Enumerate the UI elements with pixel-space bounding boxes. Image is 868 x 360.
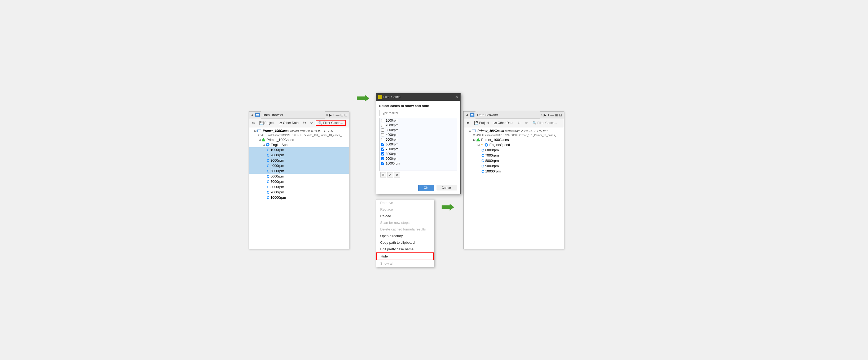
case-label-5000: 5000rpm (271, 169, 284, 173)
checkbox-2000[interactable] (381, 124, 384, 127)
right-case-7000[interactable]: C 7000rpm (464, 153, 564, 158)
left-case-9000[interactable]: C 9000rpm (249, 190, 349, 195)
right-engine-speed[interactable]: ⊟ ⚠ EngineSpeed (464, 142, 564, 148)
right-primer-group[interactable]: ⊟ Primer_100Cases (464, 137, 564, 142)
right-maximize-icon[interactable]: ⊡ (559, 113, 562, 117)
left-double-arrow-btn[interactable]: ≪ (250, 121, 256, 125)
left-case-7000[interactable]: C 7000rpm (249, 179, 349, 184)
dialog-item-1000[interactable]: 1000rpm (379, 118, 457, 123)
dialog-close-btn[interactable]: ✕ (455, 95, 458, 99)
checkbox-7000[interactable] (381, 148, 384, 151)
right-minus-icon[interactable]: — (551, 113, 554, 117)
dialog-item-4000[interactable]: 4000rpm (379, 132, 457, 137)
left-group-name: Primer_100Cases (267, 138, 294, 142)
left-project-root[interactable]: ⊟ Primer_100Cases results from 2020-04-0… (249, 129, 349, 133)
right-case-icon-6: C (482, 148, 484, 152)
checkbox-6000[interactable] (381, 143, 384, 146)
warning-icon: ⚠ (480, 143, 484, 147)
left-project-btn[interactable]: 💾 Project (258, 120, 276, 126)
right-case-8000[interactable]: C 8000rpm (464, 158, 564, 163)
dialog-cancel-btn[interactable]: Cancel (436, 185, 457, 191)
ctx-reload[interactable]: Reload (376, 213, 434, 219)
dialog-ok-btn[interactable]: OK (418, 185, 434, 191)
left-case-8000[interactable]: C 8000rpm (249, 184, 349, 190)
dialog-item-10000[interactable]: 10000rpm (379, 161, 457, 166)
right-case-6000[interactable]: C 6000rpm (464, 148, 564, 153)
checkbox-4000[interactable] (381, 133, 384, 136)
case-icon-5: C (267, 169, 270, 173)
filter-cases-dialog: Filter Cases ✕ Select cases to show and … (376, 93, 461, 194)
ctx-hide[interactable]: Hide (376, 253, 434, 260)
dialog-item-6000[interactable]: 6000rpm (379, 142, 457, 147)
dialog-item-2000[interactable]: 2000rpm (379, 123, 457, 128)
ctx-edit-name[interactable]: Edit pretty case name (376, 246, 434, 253)
right-play-icon[interactable]: ▶ (544, 113, 547, 117)
svg-marker-9 (441, 204, 454, 210)
left-case-6000[interactable]: C 6000rpm (249, 174, 349, 179)
dialog-filter-input[interactable] (379, 110, 457, 116)
right-close-btn[interactable]: × (541, 113, 542, 117)
right-reload-btn[interactable]: ↻ (516, 120, 522, 126)
uncheck-btn[interactable]: ✕ (394, 172, 400, 177)
case-label-7000: 7000rpm (271, 179, 284, 184)
right-split-icon[interactable]: ⊞ (555, 113, 558, 117)
dialog-item-8000[interactable]: 8000rpm (379, 152, 457, 156)
right-project-root[interactable]: ⊟ Primer_100Cases results from 2020-04-0… (464, 129, 564, 133)
checkbox-10000[interactable] (381, 162, 384, 165)
right-collapse-icon[interactable]: ◄ (465, 113, 469, 117)
right-case-10000[interactable]: C 10000rpm (464, 169, 564, 174)
dialog-item-7000[interactable]: 7000rpm (379, 147, 457, 152)
checkbox-5000[interactable] (381, 138, 384, 141)
left-case-5000[interactable]: C 5000rpm (249, 168, 349, 174)
left-other-data-btn[interactable]: 🗂 Other Data (277, 120, 300, 126)
ctx-copy-path[interactable]: Copy path to clipboard (376, 239, 434, 246)
case-icon-10: C (267, 196, 270, 200)
left-case-2000[interactable]: C 2000rpm (249, 153, 349, 158)
right-case-9000[interactable]: C 9000rpm (464, 163, 564, 169)
play-icon[interactable]: ▶ (329, 113, 332, 117)
checkbox-8000[interactable] (381, 152, 384, 156)
checkbox-9000[interactable] (381, 157, 384, 160)
maximize-icon[interactable]: ⊡ (344, 113, 347, 117)
checkbox-3000[interactable] (381, 129, 384, 132)
other-data-btn-label: Other Data (283, 121, 299, 125)
left-primer-group[interactable]: ⊟ Primer_100Cases (249, 137, 349, 142)
left-case-3000[interactable]: C 3000rpm (249, 158, 349, 163)
bottom-row: Remove Replace Reload Scan for new steps… (354, 197, 458, 267)
split-icon[interactable]: ⊞ (340, 113, 343, 117)
left-filter-cases-btn[interactable]: 🔍 Filter Cases... (316, 120, 346, 126)
dialog-item-label-6000: 6000rpm (386, 142, 398, 146)
right-filter-cases-btn[interactable]: 🔍 Filter Cases... (530, 121, 559, 125)
case-icon-9: C (267, 190, 270, 194)
left-close-btn[interactable]: × (326, 113, 328, 117)
minus-icon[interactable]: — (336, 113, 340, 117)
left-reload-btn[interactable]: ↻ (301, 120, 308, 126)
dialog-item-9000[interactable]: 9000rpm (379, 156, 457, 161)
right-add-icon[interactable]: + (547, 113, 550, 117)
left-collapse-icon[interactable]: ◄ (250, 113, 254, 117)
other-data-icon: 🗂 (279, 121, 282, 125)
right-refresh2-btn[interactable]: ⟳ (523, 121, 529, 125)
dialog-item-5000[interactable]: 5000rpm (379, 137, 457, 142)
add-icon[interactable]: + (333, 113, 335, 117)
check-btn[interactable]: ✓ (387, 172, 393, 177)
left-case-1000[interactable]: C 1000rpm (249, 147, 349, 153)
checkbox-1000[interactable] (381, 119, 384, 122)
left-case-4000[interactable]: C 4000rpm (249, 163, 349, 168)
ctx-open-dir[interactable]: Open directory (376, 233, 434, 239)
right-data-browser: ◄ Data Browser × ▶ + — ⊞ ⊡ ≪ (463, 111, 564, 249)
right-titlebar: ◄ Data Browser × ▶ + — ⊞ ⊡ (464, 111, 564, 119)
right-other-data-icon: 🗂 (493, 121, 497, 125)
left-engine-speed[interactable]: ⊟ EngineSpeed (249, 142, 349, 147)
left-project-name: Primer_100Cases (263, 129, 289, 133)
dialog-item-3000[interactable]: 3000rpm (379, 128, 457, 132)
right-project-btn[interactable]: 💾 Project (472, 120, 491, 126)
right-other-data-btn[interactable]: 🗂 Other Data (492, 120, 515, 126)
select-all-btn[interactable]: ⊞ (380, 172, 386, 177)
case-label-3000: 3000rpm (271, 158, 284, 162)
left-toolbar-icons: ▶ + — ⊞ ⊡ (329, 113, 347, 117)
right-double-arrow-btn[interactable]: ≪ (465, 121, 471, 125)
left-refresh2-btn[interactable]: ⟳ (309, 121, 315, 125)
left-case-10000[interactable]: C 10000rpm (249, 195, 349, 200)
dialog-subtitle: Select cases to show and hide (379, 104, 457, 108)
